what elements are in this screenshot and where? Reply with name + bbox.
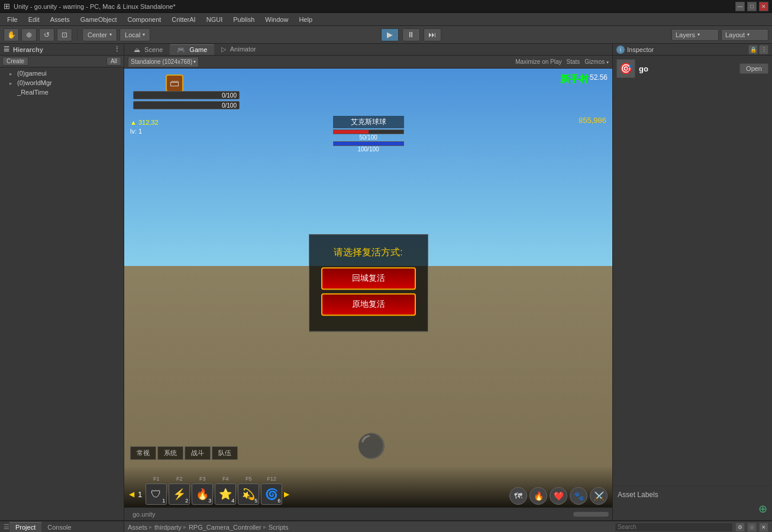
fkey-2: F2 (176, 476, 183, 482)
breadcrumb-rpg-camera[interactable]: RPG_Camera_Controller (189, 524, 261, 531)
stats-button[interactable]: Stats (567, 59, 580, 65)
animator-tab[interactable]: ▷ Animator (214, 44, 263, 54)
enemy-mp-bar-bg (333, 141, 404, 146)
breadcrumb-assets[interactable]: Assets (128, 524, 147, 531)
enemy-hp-text: 50/100 (333, 134, 404, 141)
asset-labels-section: Asset Labels ⊕ (613, 485, 772, 520)
status-icon-5[interactable]: ⚔️ (590, 487, 608, 505)
game-tab[interactable]: 🎮 Game (170, 44, 214, 55)
close-button[interactable]: ✕ (759, 2, 768, 11)
maximize-button[interactable]: □ (747, 2, 757, 11)
scale-tool-button[interactable]: ⊡ (57, 28, 72, 41)
battle-tab[interactable]: 战斗 (185, 446, 211, 460)
inspector-open-button[interactable]: Open (739, 63, 768, 74)
assets-browser: Assets ▸ thirdparty ▸ RPG_Camera_Control… (124, 521, 772, 532)
assets-toolbar: Assets ▸ thirdparty ▸ RPG_Camera_Control… (124, 521, 772, 532)
skill-slot-6[interactable]: F12 🌀 6 (261, 484, 282, 505)
menu-edit[interactable]: Edit (24, 15, 44, 24)
menu-gameobject[interactable]: GameObject (76, 15, 122, 24)
inspector-menu-icon[interactable]: ⋮ (759, 45, 768, 54)
revival-dialog: 请选择复活方式: 回城复活 原地复活 (309, 234, 428, 332)
hierarchy-create-button[interactable]: Create (2, 57, 28, 66)
hand-tool-button[interactable]: ✋ (4, 28, 19, 41)
menu-component[interactable]: Component (122, 15, 166, 24)
hierarchy-item-worldmgr[interactable]: ▸ (0)worldMgr (0, 78, 124, 87)
mp-bar-container: 0/100 (133, 101, 251, 109)
status-icon-2[interactable]: 🔥 (529, 487, 547, 505)
revive-in-place-button[interactable]: 原地复活 (321, 293, 416, 316)
skill-slot-1[interactable]: F1 🛡 1 (146, 484, 167, 505)
scene-scroll-bar[interactable] (573, 512, 609, 517)
search-input[interactable] (615, 523, 733, 532)
window-controls: — □ ✕ (735, 2, 768, 11)
asset-labels-expand-icon[interactable]: ⊕ (758, 502, 767, 515)
return-city-button[interactable]: 回城复活 (321, 267, 416, 290)
menu-help[interactable]: Help (294, 15, 317, 24)
prev-skill-button[interactable]: ◀ (129, 490, 134, 498)
player-hud: 0/100 0/100 (133, 73, 251, 109)
local-arrow-icon: ▾ (143, 32, 145, 37)
main-layout: ☰ Hierarchy ⋮ Create All ▸ (0)gameui ▸ (… (0, 44, 772, 520)
tree-item-label: (0)worldMgr (17, 79, 52, 86)
menu-ngui[interactable]: NGUI (202, 15, 228, 24)
hierarchy-item-gameui[interactable]: ▸ (0)gameui (0, 69, 124, 78)
pause-button[interactable]: ⏸ (402, 28, 420, 41)
inspector-title: Inspector (627, 46, 654, 53)
move-tool-button[interactable]: ⊕ (21, 28, 37, 41)
status-icon-3[interactable]: ❤️ (550, 487, 567, 505)
window-title: Unity - go.unity - warring - PC, Mac & L… (14, 3, 176, 10)
minimize-button[interactable]: — (735, 2, 745, 11)
step-button[interactable]: ⏭ (424, 28, 441, 41)
assets-star-icon[interactable]: ☆ (747, 523, 757, 532)
skill-slot-5[interactable]: F5 💫 5 (238, 484, 259, 505)
local-label: Local (125, 31, 140, 38)
resolution-dropdown[interactable]: Standalone (1024x768) ▾ (128, 57, 199, 67)
gizmos-button[interactable]: Gizmos ▾ (584, 59, 609, 65)
skill-slot-3[interactable]: F3 🔥 3 (192, 484, 213, 505)
skill-slot-2[interactable]: F2 ⚡ 2 (169, 484, 190, 505)
menu-assets[interactable]: Assets (46, 15, 75, 24)
menu-file[interactable]: File (2, 15, 22, 24)
skill-num-3: 3 (208, 498, 211, 504)
skill-bar: ◀ 1 F1 🛡 1 F2 ⚡ 2 F3 (129, 484, 289, 505)
hierarchy-all-button[interactable]: All (106, 57, 121, 66)
scene-tab[interactable]: ⛰ Scene (127, 45, 170, 54)
breadcrumb-thirdparty[interactable]: thirdparty (154, 524, 182, 531)
hierarchy-item-realtime[interactable]: _RealTime (0, 87, 124, 97)
play-button[interactable]: ▶ (381, 28, 399, 41)
resolution-label: Standalone (1024x768) (131, 59, 192, 65)
next-skill-button[interactable]: ▶ (284, 490, 289, 498)
hierarchy-panel: ☰ Hierarchy ⋮ Create All ▸ (0)gameui ▸ (… (0, 44, 124, 520)
hierarchy-panel-icon: ☰ (4, 46, 9, 53)
hierarchy-menu-icon[interactable]: ⋮ (114, 46, 120, 53)
skill-num-5: 5 (254, 498, 257, 504)
layers-dropdown[interactable]: Layers ▾ (671, 29, 719, 41)
normal-view-tab[interactable]: 常视 (130, 446, 156, 460)
go-header: 🎯 go Open (616, 59, 768, 78)
breadcrumb-scripts[interactable]: Scripts (269, 524, 289, 531)
local-mode-button[interactable]: Local ▾ (119, 28, 150, 41)
layout-dropdown[interactable]: Layout ▾ (721, 29, 768, 41)
enemy-name-label: 艾克斯球球 (333, 116, 404, 128)
party-tab[interactable]: 队伍 (212, 446, 238, 460)
skill-slot-4[interactable]: F4 ⭐ 4 (215, 484, 236, 505)
status-icon-1[interactable]: 🗺 (509, 487, 527, 505)
project-tab[interactable]: Project (9, 522, 41, 532)
hp-bar-bg: 0/100 (133, 91, 240, 99)
coords-symbol: ▲ (130, 119, 137, 126)
system-tab[interactable]: 系统 (157, 446, 183, 460)
menu-window[interactable]: Window (260, 15, 293, 24)
center-mode-button[interactable]: Center ▾ (82, 28, 117, 41)
rotate-tool-button[interactable]: ↺ (39, 28, 54, 41)
assets-settings-icon[interactable]: ⚙ (735, 523, 745, 532)
inspector-lock-icon[interactable]: 🔒 (748, 45, 758, 54)
assets-close-icon[interactable]: ✕ (759, 523, 768, 532)
gold-display: 855,986 (579, 116, 606, 125)
status-icon-4[interactable]: 🐾 (570, 487, 587, 505)
menu-critterai[interactable]: CritterAI (167, 15, 200, 24)
hp-bar-container: 0/100 (133, 91, 251, 99)
maximize-on-play-button[interactable]: Maximize on Play (515, 59, 561, 65)
menu-publish[interactable]: Publish (228, 15, 259, 24)
console-tab[interactable]: Console (41, 523, 77, 532)
inspector-header: i Inspector 🔒 ⋮ (613, 44, 772, 56)
